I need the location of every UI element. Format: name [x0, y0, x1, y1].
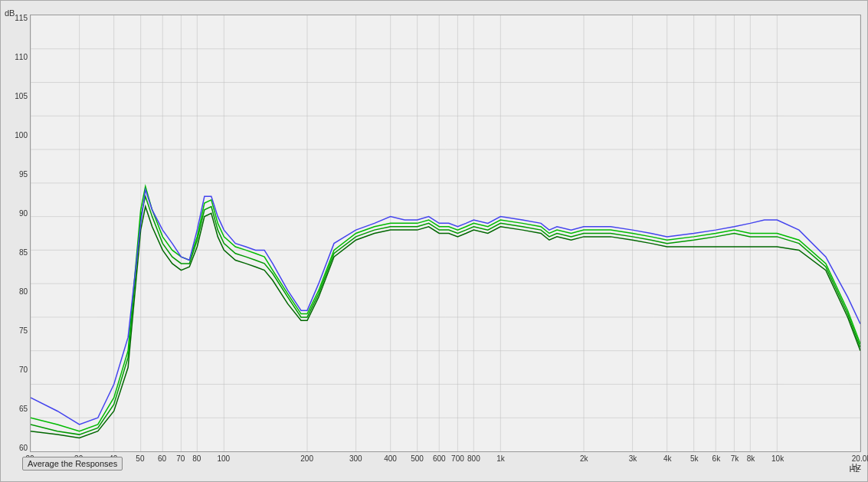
y-tick-85: 85 — [19, 249, 28, 257]
x-tick-600: 600 — [433, 454, 446, 463]
x-tick-8k: 8k — [747, 454, 755, 463]
x-tick-70: 70 — [176, 454, 185, 463]
x-tick-7k: 7k — [731, 454, 739, 463]
y-tick-70: 70 — [19, 366, 28, 374]
y-tick-labels: 1151101051009590858075706560 — [1, 15, 30, 452]
x-tick-50: 50 — [136, 454, 144, 463]
x-tick-20.0k Hz: 20.0k Hz — [852, 454, 868, 471]
x-tick-5k: 5k — [690, 454, 699, 463]
y-tick-75: 75 — [19, 327, 28, 335]
x-tick-400: 400 — [384, 454, 397, 463]
x-tick-100: 100 — [217, 454, 230, 463]
x-tick-6k: 6k — [712, 454, 721, 463]
x-tick-500: 500 — [411, 454, 424, 463]
y-tick-100: 100 — [15, 132, 28, 139]
chart-area — [30, 15, 861, 452]
x-tick-700: 700 — [451, 454, 464, 463]
x-tick-80: 80 — [192, 454, 201, 463]
x-tick-300: 300 — [349, 454, 362, 463]
x-tick-2k: 2k — [580, 454, 588, 463]
x-tick-800: 800 — [467, 454, 480, 463]
y-tick-115: 115 — [15, 15, 28, 22]
x-tick-4k: 4k — [663, 454, 672, 463]
x-tick-labels: 203040506070801002003004005006007008001k… — [30, 452, 861, 481]
x-tick-3k: 3k — [629, 454, 637, 463]
chart-container: dB Hz 1151101051009590858075706560 20304… — [0, 0, 868, 482]
y-tick-80: 80 — [19, 288, 28, 296]
average-responses-button[interactable]: Average the Responses — [22, 457, 123, 471]
y-tick-95: 95 — [19, 171, 28, 179]
y-tick-110: 110 — [15, 54, 28, 61]
x-tick-1k: 1k — [496, 454, 505, 463]
chart-canvas — [31, 15, 860, 451]
x-tick-60: 60 — [158, 454, 166, 463]
y-tick-60: 60 — [19, 444, 28, 452]
y-tick-90: 90 — [19, 210, 28, 218]
y-tick-65: 65 — [19, 405, 28, 413]
x-tick-10k: 10k — [771, 454, 784, 463]
y-tick-105: 105 — [15, 93, 28, 100]
x-tick-200: 200 — [300, 454, 313, 463]
